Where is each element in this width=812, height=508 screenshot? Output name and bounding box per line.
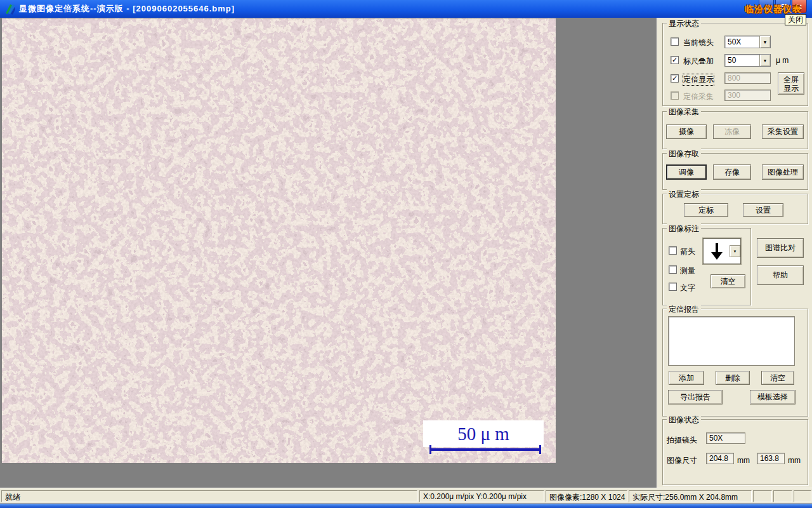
status-ready: 就绪 xyxy=(1,490,417,502)
close-tooltip: 关闭 xyxy=(785,14,806,25)
shoot-lens-value: 50X xyxy=(706,432,745,444)
chevron-down-icon[interactable]: ▼ xyxy=(759,55,770,66)
window-bottom-border xyxy=(0,504,812,508)
status-spare-1 xyxy=(753,490,772,502)
image-height-unit: mm xyxy=(788,456,801,465)
group-image-status-title: 图像状态 xyxy=(667,415,701,425)
group-image-capture-title: 图像采集 xyxy=(667,107,701,117)
fullscreen-button-line2: 显示 xyxy=(783,84,799,93)
chevron-down-icon[interactable]: ▼ xyxy=(730,245,740,257)
image-size-label: 图像尺寸 xyxy=(667,455,697,466)
fixed-display-label: 定倍显示 xyxy=(683,74,714,85)
capture-settings-button[interactable]: 采集设置 xyxy=(762,124,804,139)
group-image-storage-title: 图像存取 xyxy=(667,149,701,159)
fixed-capture-checkbox xyxy=(671,91,679,100)
group-display-status-title: 显示状态 xyxy=(667,18,701,29)
report-clear-button[interactable]: 清空 xyxy=(761,371,794,385)
current-lens-checkbox[interactable] xyxy=(671,37,679,46)
image-width-value: 204.8 xyxy=(706,453,734,464)
measure-label: 测量 xyxy=(680,265,695,276)
group-report-title: 定倍报告 xyxy=(667,304,701,315)
shoot-lens-label: 拍摄镜头 xyxy=(667,435,697,446)
ruler-value-select[interactable]: 50 ▼ xyxy=(724,54,771,67)
current-lens-label: 当前镜头 xyxy=(683,37,714,48)
report-listbox[interactable] xyxy=(668,316,795,366)
ruler-value: 50 xyxy=(725,55,759,66)
micrograph-viewport[interactable]: 50 μ m xyxy=(2,18,556,463)
load-image-button[interactable]: 调像 xyxy=(666,164,707,180)
calibrate-button[interactable]: 定标 xyxy=(684,203,728,217)
freeze-button: 冻像 xyxy=(713,124,751,139)
application-window: 显微图像定倍系统--演示版 - [20090602055646.bmp] × 临… xyxy=(0,0,812,508)
fixed-capture-label: 定倍采集 xyxy=(683,91,714,102)
template-select-button[interactable]: 模板选择 xyxy=(750,390,796,404)
app-icon xyxy=(4,3,16,15)
fixed-display-input: 800 xyxy=(724,72,771,84)
group-calibration-title: 设置定标 xyxy=(667,189,701,200)
scale-overlay-line xyxy=(429,445,541,454)
status-spare-3 xyxy=(794,490,811,502)
current-lens-select[interactable]: 50X ▼ xyxy=(724,36,771,48)
image-width-unit: mm xyxy=(737,456,750,465)
ruler-unit-label: μ m xyxy=(776,56,789,65)
measure-checkbox[interactable] xyxy=(669,265,677,274)
fullscreen-button-line1: 全屏 xyxy=(783,75,799,84)
report-delete-button[interactable]: 删除 xyxy=(716,371,750,385)
status-pixels: 图像像素:1280 X 1024 xyxy=(546,490,627,502)
chevron-down-icon[interactable]: ▼ xyxy=(759,36,770,48)
save-image-button[interactable]: 存像 xyxy=(713,164,751,180)
help-button[interactable]: 帮助 xyxy=(757,265,804,285)
shoot-button[interactable]: 摄像 xyxy=(666,124,707,139)
arrow-checkbox[interactable] xyxy=(669,246,677,255)
annotation-clear-button[interactable]: 清空 xyxy=(710,274,745,288)
text-label: 文字 xyxy=(680,283,695,293)
fixed-capture-input: 300 xyxy=(724,90,771,101)
arrow-down-icon xyxy=(704,239,730,264)
window-title: 显微图像定倍系统--演示版 - [20090602055646.bmp] xyxy=(19,3,235,15)
current-lens-value: 50X xyxy=(725,36,759,48)
micrograph-image xyxy=(2,18,556,463)
scale-overlay-box: 50 μ m xyxy=(423,420,544,447)
status-actual-size: 实际尺寸:256.0mm X 204.8mm xyxy=(629,490,752,502)
status-spare-2 xyxy=(773,490,792,502)
calibration-setup-button[interactable]: 设置 xyxy=(743,203,783,217)
arrow-style-select[interactable]: ▼ xyxy=(703,238,741,264)
control-sidebar: 显示状态 当前镜头 50X ▼ 标尺叠加 50 ▼ μ m 定倍显示 800 定… xyxy=(657,18,812,488)
text-checkbox[interactable] xyxy=(669,283,677,291)
image-process-button[interactable]: 图像处理 xyxy=(762,164,804,180)
status-bar: 就绪 X:0.200μ m/pix Y:0.200μ m/pix 图像像素:12… xyxy=(0,488,812,504)
fullscreen-button[interactable]: 全屏 显示 xyxy=(778,72,804,95)
image-height-value: 163.8 xyxy=(757,453,785,464)
scale-overlay-label: 50 μ m xyxy=(457,424,509,444)
arrow-label: 箭头 xyxy=(680,246,695,257)
status-scale: X:0.200μ m/pix Y:0.200μ m/pix xyxy=(419,490,544,502)
export-report-button[interactable]: 导出报告 xyxy=(668,390,723,404)
ruler-overlay-checkbox[interactable] xyxy=(671,56,679,64)
report-add-button[interactable]: 添加 xyxy=(669,371,704,385)
group-image-status: 图像状态 xyxy=(662,419,808,485)
fixed-display-checkbox[interactable] xyxy=(671,74,679,83)
ruler-overlay-label: 标尺叠加 xyxy=(683,56,714,67)
group-annotation-title: 图像标注 xyxy=(667,224,701,234)
title-bar: 显微图像定倍系统--演示版 - [20090602055646.bmp] × 临… xyxy=(0,0,812,18)
atlas-compare-button[interactable]: 图谱比对 xyxy=(757,238,804,258)
